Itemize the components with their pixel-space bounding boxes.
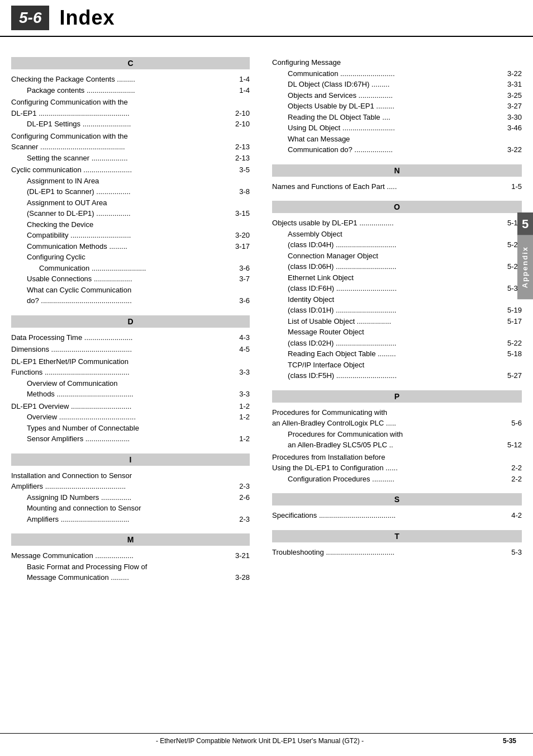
page-title: Index xyxy=(59,6,115,30)
page-header: 5-6 Index xyxy=(0,0,533,37)
list-item: Specifications .........................… xyxy=(272,510,522,521)
list-item: Dimensions .............................… xyxy=(11,344,250,355)
list-item: Troubleshooting ........................… xyxy=(272,547,522,558)
list-item: Procedures for Communicating with an All… xyxy=(272,407,522,485)
list-item: Configuring Communication with the DL-EP… xyxy=(11,97,250,130)
section-o-header: O xyxy=(272,201,522,213)
section-i-header: I xyxy=(11,453,250,466)
footer-center: - EtherNet/IP Compatible Network Unit DL… xyxy=(17,737,503,745)
section-m-header: M xyxy=(11,533,250,546)
left-column: C Checking the Package Contents ........… xyxy=(11,48,266,584)
list-item: DL-EP1 Overview ........................… xyxy=(11,401,250,445)
right-column: Configuring Message Communication ......… xyxy=(266,48,522,584)
list-item: Checking the Package Contents ......... … xyxy=(11,74,250,96)
pre-section-entries: Configuring Message Communication ......… xyxy=(272,57,522,155)
section-s-header: S xyxy=(272,493,522,505)
section-d-header: D xyxy=(11,315,250,328)
footer-page: 5-35 xyxy=(503,737,516,745)
section-p-header: P xyxy=(272,390,522,403)
main-content: C Checking the Package Contents ........… xyxy=(0,48,533,584)
list-item: Objects usable by DL-EP1 ...............… xyxy=(272,218,522,381)
list-item: Installation and Connection to Sensor Am… xyxy=(11,470,250,525)
list-item: Names and Functions of Each Part ..... 1… xyxy=(272,181,522,192)
chapter-number-tab: 5 xyxy=(517,212,533,236)
list-item: Cyclic communication ...................… xyxy=(11,164,250,306)
section-c-header: C xyxy=(11,57,250,69)
page-footer: - EtherNet/IP Compatible Network Unit DL… xyxy=(0,733,533,745)
list-item: Data Processing Time ...................… xyxy=(11,332,250,343)
list-item: Message Communication ..................… xyxy=(11,550,250,583)
list-item: Configuring Communication with the Scann… xyxy=(11,131,250,164)
appendix-tab: Appendix xyxy=(517,235,533,299)
list-item: Configuring Message Communication ......… xyxy=(272,57,522,155)
chapter-badge: 5-6 xyxy=(11,6,49,30)
list-item: DL-EP1 EtherNet/IP Communication Functio… xyxy=(11,356,250,400)
section-t-header: T xyxy=(272,530,522,542)
section-n-header: N xyxy=(272,164,522,177)
